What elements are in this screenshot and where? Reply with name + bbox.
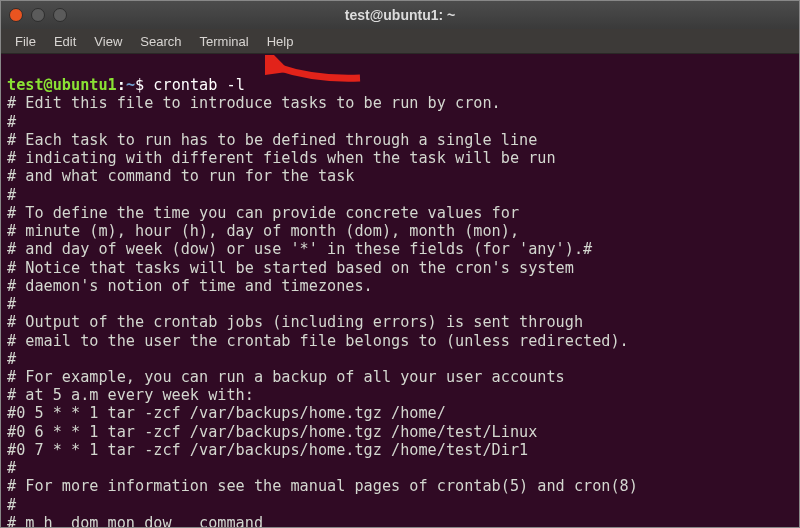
output-line: # and what command to run for the task — [7, 167, 793, 185]
menu-help[interactable]: Help — [259, 32, 302, 51]
terminal-area[interactable]: test@ubuntu1:~$ crontab -l# Edit this fi… — [1, 54, 799, 527]
window-controls — [9, 8, 67, 22]
menu-file[interactable]: File — [7, 32, 44, 51]
prompt-colon: : — [117, 76, 126, 94]
output-line: # To define the time you can provide con… — [7, 204, 793, 222]
prompt-line-1: test@ubuntu1:~$ crontab -l — [7, 76, 793, 94]
output-line: # For example, you can run a backup of a… — [7, 368, 793, 386]
output-line: # indicating with different fields when … — [7, 149, 793, 167]
output-line: # and day of week (dow) or use '*' in th… — [7, 240, 793, 258]
output-line: #0 7 * * 1 tar -zcf /var/backups/home.tg… — [7, 441, 793, 459]
output-line: # — [7, 295, 793, 313]
output-line: # — [7, 350, 793, 368]
prompt-path: ~ — [126, 76, 135, 94]
prompt-sigil: $ — [135, 76, 144, 94]
menu-edit[interactable]: Edit — [46, 32, 84, 51]
close-icon[interactable] — [9, 8, 23, 22]
output-line: # Edit this file to introduce tasks to b… — [7, 94, 793, 112]
maximize-icon[interactable] — [53, 8, 67, 22]
window-title: test@ubuntu1: ~ — [345, 7, 455, 23]
menu-terminal[interactable]: Terminal — [192, 32, 257, 51]
menu-view[interactable]: View — [86, 32, 130, 51]
output-line: # m h dom mon dow command — [7, 514, 793, 527]
output-line: #0 5 * * 1 tar -zcf /var/backups/home.tg… — [7, 404, 793, 422]
command-text: crontab -l — [153, 76, 244, 94]
menubar: File Edit View Search Terminal Help — [1, 29, 799, 54]
output-line: # — [7, 186, 793, 204]
output-line: # minute (m), hour (h), day of month (do… — [7, 222, 793, 240]
output-line: # daemon's notion of time and timezones. — [7, 277, 793, 295]
menu-search[interactable]: Search — [132, 32, 189, 51]
output-line: # email to the user the crontab file bel… — [7, 332, 793, 350]
output-line: # — [7, 113, 793, 131]
output-line: # — [7, 496, 793, 514]
minimize-icon[interactable] — [31, 8, 45, 22]
prompt-user-host: test@ubuntu1 — [7, 76, 117, 94]
output-line: # Output of the crontab jobs (including … — [7, 313, 793, 331]
titlebar: test@ubuntu1: ~ — [1, 1, 799, 29]
output-line: # Each task to run has to be defined thr… — [7, 131, 793, 149]
output-line: # at 5 a.m every week with: — [7, 386, 793, 404]
output-line: #0 6 * * 1 tar -zcf /var/backups/home.tg… — [7, 423, 793, 441]
output-line: # Notice that tasks will be started base… — [7, 259, 793, 277]
output-line: # — [7, 459, 793, 477]
output-line: # For more information see the manual pa… — [7, 477, 793, 495]
